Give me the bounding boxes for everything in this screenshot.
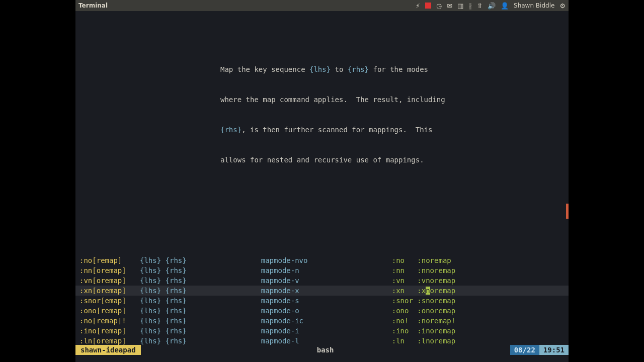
lhs-arg: {lhs} xyxy=(140,297,166,305)
map-command: :vn[oremap] xyxy=(79,276,140,286)
user-name[interactable]: Shawn Biddle xyxy=(514,2,554,9)
mapmode-row[interactable]: :ono[remap] {lhs} {rhs}mapmode-o:ono :on… xyxy=(75,306,569,316)
tmux-date: 08/22 xyxy=(510,345,539,355)
terminal-content[interactable]: Map the key sequence {lhs} to {rhs} for … xyxy=(75,11,569,362)
lhs-arg: {lhs} xyxy=(140,307,166,315)
mapmode-name: mapmode-x xyxy=(261,286,392,296)
tmux-statusbar: shawn-ideapad bash 08/22 19:51 xyxy=(75,345,569,355)
mapmode-name: mapmode-v xyxy=(261,276,392,286)
tmux-time: 19:51 xyxy=(539,345,569,355)
short-tag: :ln xyxy=(392,337,418,345)
map-command: :ln[oremap] xyxy=(79,336,140,346)
rhs-arg: {rhs} xyxy=(166,266,187,275)
long-tag: :xnoremap xyxy=(417,287,455,295)
mapmode-name: mapmode-o xyxy=(261,306,392,316)
short-tag: :xn xyxy=(392,287,418,295)
scroll-indicator xyxy=(566,204,569,219)
rhs-arg: {rhs} xyxy=(166,327,187,335)
long-tag: :noremap! xyxy=(417,317,455,325)
lhs-arg: {lhs} xyxy=(140,337,166,345)
long-tag: :noremap xyxy=(417,256,451,264)
lhs-arg: {lhs} xyxy=(140,317,166,325)
long-tag: :snoremap xyxy=(417,297,455,305)
rhs-placeholder: {rhs} xyxy=(348,65,369,73)
volume-icon[interactable]: 🔊 xyxy=(488,3,496,9)
mapmode-row[interactable]: :no[remap]! {lhs} {rhs}mapmode-ic:no! :n… xyxy=(75,316,569,326)
mail-icon[interactable]: ✉ xyxy=(447,3,452,9)
record-icon[interactable] xyxy=(425,3,431,9)
rhs-arg: {rhs} xyxy=(166,337,187,345)
lhs-arg: {lhs} xyxy=(140,277,166,285)
mapmode-name: mapmode-ic xyxy=(261,316,392,326)
bolt-icon[interactable]: ⚡ xyxy=(416,3,420,9)
mapmode-name: mapmode-l xyxy=(261,336,392,346)
map-command: :no[remap] xyxy=(79,255,140,265)
spinner-icon[interactable]: ◷ xyxy=(436,3,442,9)
map-command: :no[remap]! xyxy=(79,316,140,326)
mapmode-name: mapmode-nvo xyxy=(261,255,392,265)
long-tag: :onoremap xyxy=(417,307,455,315)
lhs-placeholder: {lhs} xyxy=(309,65,331,73)
short-tag: :ino xyxy=(392,327,418,335)
cursor: n xyxy=(426,287,430,295)
map-command: :ino[remap] xyxy=(79,326,140,336)
mapmode-row[interactable]: :vn[oremap] {lhs} {rhs}mapmode-v:vn :vno… xyxy=(75,276,569,286)
short-tag: :vn xyxy=(392,277,418,285)
rhs-arg: {rhs} xyxy=(166,277,187,285)
user-icon[interactable]: 👤 xyxy=(501,3,509,9)
mapmode-row[interactable]: :ino[remap] {lhs} {rhs}mapmode-i:ino :in… xyxy=(75,326,569,336)
rhs-arg: {rhs} xyxy=(166,297,187,305)
short-tag: :ono xyxy=(392,307,418,315)
rhs-arg: {rhs} xyxy=(166,287,187,295)
long-tag: :vnoremap xyxy=(417,277,455,285)
lhs-arg: {lhs} xyxy=(140,327,166,335)
tmux-hostname[interactable]: shawn-ideapad xyxy=(75,345,141,355)
rhs-arg: {rhs} xyxy=(166,307,187,315)
long-tag: :lnoremap xyxy=(417,337,455,345)
battery-icon[interactable]: ▥ xyxy=(457,3,463,9)
mapmode-name: mapmode-i xyxy=(261,326,392,336)
mapmode-row[interactable]: :ln[oremap] {lhs} {rhs}mapmode-l:ln :lno… xyxy=(75,336,569,346)
long-tag: :inoremap xyxy=(417,327,455,335)
short-tag: :no! xyxy=(392,317,418,325)
mapmode-row[interactable]: :xn[oremap] {lhs} {rhs}mapmode-x:xn :xno… xyxy=(75,286,569,296)
terminal-window: Terminal ⚡ ◷ ✉ ▥ ∦ ⥣ 🔊 👤 Shawn Biddle ⚙ … xyxy=(75,0,569,362)
mapmode-row[interactable]: :snor[emap] {lhs} {rhs}mapmode-s:snor :s… xyxy=(75,296,569,306)
short-tag: :no xyxy=(392,256,418,264)
map-command: :xn[oremap] xyxy=(79,286,140,296)
short-tag: :nn xyxy=(392,266,418,275)
tmux-window[interactable]: bash xyxy=(141,345,510,355)
long-tag: :nnoremap xyxy=(417,266,455,275)
mapmode-row[interactable]: :no[remap] {lhs} {rhs}mapmode-nvo:no :no… xyxy=(75,255,569,265)
help-text: where the map command applies. The resul… xyxy=(220,96,445,104)
desktop-topbar: Terminal ⚡ ◷ ✉ ▥ ∦ ⥣ 🔊 👤 Shawn Biddle ⚙ xyxy=(75,0,569,11)
mapmode-name: mapmode-n xyxy=(261,265,392,276)
lhs-arg: {lhs} xyxy=(140,287,166,295)
short-tag: :snor xyxy=(392,297,418,305)
rhs-arg: {rhs} xyxy=(166,256,187,264)
bluetooth-icon[interactable]: ∦ xyxy=(469,3,472,9)
app-title: Terminal xyxy=(78,2,108,9)
map-command: :ono[remap] xyxy=(79,306,140,316)
map-command: :nn[oremap] xyxy=(79,265,140,276)
mapmode-name: mapmode-s xyxy=(261,296,392,306)
wifi-icon[interactable]: ⥣ xyxy=(477,3,482,9)
map-command: :snor[emap] xyxy=(79,296,140,306)
gear-icon[interactable]: ⚙ xyxy=(559,3,566,9)
mapmode-row[interactable]: :nn[oremap] {lhs} {rhs}mapmode-n:nn :nno… xyxy=(75,265,569,276)
rhs-arg: {rhs} xyxy=(166,317,187,325)
lhs-arg: {lhs} xyxy=(140,256,166,264)
help-text: Map the key sequence xyxy=(220,65,309,73)
lhs-arg: {lhs} xyxy=(140,266,166,275)
